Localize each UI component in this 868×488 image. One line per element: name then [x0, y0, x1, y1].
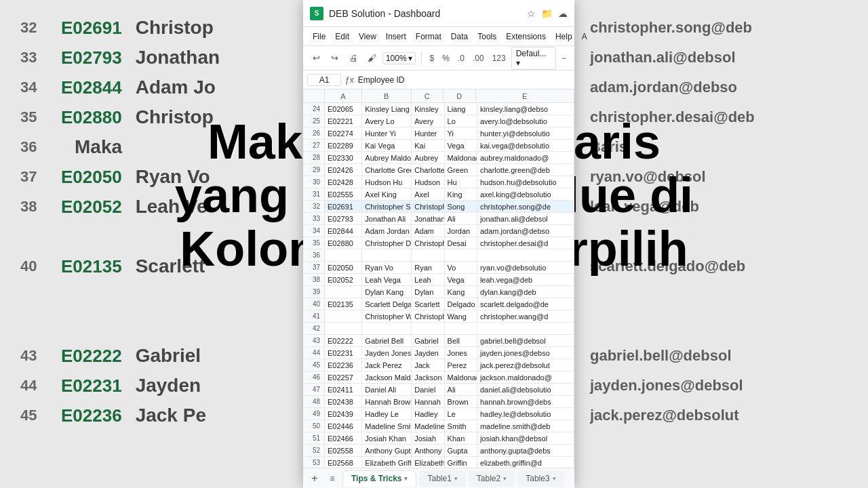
cell-email[interactable]: elizabeth.griffin@d: [477, 457, 574, 468]
cell-first-name[interactable]: Anthony: [412, 445, 444, 456]
cell-employee-id[interactable]: [325, 286, 362, 298]
cell-email[interactable]: [477, 249, 574, 261]
cell-email[interactable]: jayden.jones@debso: [477, 347, 574, 359]
cell-employee-id[interactable]: E02411: [325, 384, 362, 395]
cell-full-name[interactable]: Jonathan Ali: [362, 213, 412, 224]
menu-item-tools[interactable]: Tools: [473, 30, 500, 43]
cell-first-name[interactable]: Hudson: [412, 176, 444, 188]
table-row[interactable]: 45E02236Jack PerezJackPerezjack.perez@de…: [303, 359, 574, 371]
cell-last-name[interactable]: Maldonado: [445, 371, 477, 383]
cell-last-name[interactable]: Yi: [445, 127, 477, 139]
col-header-c[interactable]: C: [412, 89, 443, 102]
menu-item-extensions[interactable]: Extensions: [502, 30, 550, 43]
col-header-b[interactable]: B: [362, 89, 412, 102]
cell-employee-id[interactable]: E02289: [325, 140, 362, 151]
cell-employee-id[interactable]: [325, 310, 362, 322]
cell-email[interactable]: charlotte.green@deb: [477, 164, 574, 176]
cell-email[interactable]: adam.jordan@debso: [477, 225, 574, 237]
minus-btn[interactable]: −: [559, 52, 569, 64]
cell-first-name[interactable]: Aubrey: [412, 152, 444, 163]
menu-item-a[interactable]: A: [578, 30, 591, 43]
table-row[interactable]: 51E02466Josiah KhanJosiahKhanjosiah.khan…: [303, 432, 574, 445]
cell-last-name[interactable]: [445, 249, 477, 261]
cell-first-name[interactable]: Leah: [412, 274, 444, 285]
cell-email[interactable]: dylan.kang@deb: [477, 286, 574, 298]
cell-employee-id[interactable]: E02439: [325, 408, 362, 420]
undo-btn[interactable]: ↩: [309, 50, 324, 66]
cell-full-name[interactable]: Hunter Yi: [362, 127, 412, 139]
cell-full-name[interactable]: Christopher Song: [362, 201, 412, 212]
cell-first-name[interactable]: Adam: [412, 225, 444, 237]
table-row[interactable]: 41Christopher WangChristopherWangchristo…: [303, 310, 574, 323]
tab-table3[interactable]: Table3 ▾: [517, 470, 564, 487]
cell-full-name[interactable]: Daniel Ali: [362, 384, 412, 395]
cell-email[interactable]: christopher.desai@d: [477, 237, 574, 249]
table-row[interactable]: 34E02844Adam JordanAdamJordanadam.jordan…: [303, 225, 574, 237]
cell-first-name[interactable]: Jonathan: [412, 213, 444, 224]
cell-last-name[interactable]: Jordan: [445, 225, 477, 237]
cell-full-name[interactable]: Scarlett Delgado: [362, 298, 412, 310]
cell-email[interactable]: jack.perez@debsolut: [477, 359, 574, 371]
menu-item-format[interactable]: Format: [412, 30, 446, 43]
cell-first-name[interactable]: Charlotte: [412, 164, 444, 176]
cell-full-name[interactable]: Madeline Smith: [362, 420, 412, 432]
cell-employee-id[interactable]: E02428: [325, 176, 362, 188]
cell-full-name[interactable]: Adam Jordan: [362, 225, 412, 237]
col-header-e[interactable]: E: [476, 89, 574, 102]
cell-email[interactable]: kinsley.liang@debso: [477, 103, 574, 115]
cell-last-name[interactable]: Brown: [445, 396, 477, 407]
cell-last-name[interactable]: Kang: [445, 286, 477, 298]
cell-first-name[interactable]: [412, 249, 444, 261]
table-row[interactable]: 24E02065Kinsley LiangKinsleyLiangkinsley…: [303, 103, 574, 115]
cell-employee-id[interactable]: [325, 323, 362, 334]
cell-employee-id[interactable]: E02052: [325, 274, 362, 285]
cell-full-name[interactable]: Jackson Maldonado: [362, 371, 412, 383]
table-row[interactable]: 46E02257Jackson MaldonadoJacksonMaldonad…: [303, 371, 574, 384]
cell-email[interactable]: hunter.yi@debsolutio: [477, 127, 574, 139]
menu-item-data[interactable]: Data: [447, 30, 472, 43]
cell-email[interactable]: hudson.hu@debsolutio: [477, 176, 574, 188]
table-row[interactable]: 48E02438Hannah BrownHannahBrownhannah.br…: [303, 396, 574, 408]
cell-employee-id[interactable]: E02793: [325, 213, 362, 224]
cell-last-name[interactable]: Jones: [445, 347, 477, 359]
cell-employee-id[interactable]: E02222: [325, 335, 362, 346]
cell-full-name[interactable]: Ryan Vo: [362, 262, 412, 273]
table-row[interactable]: 25E02221Avery LoAveryLoavery.lo@debsolut…: [303, 115, 574, 127]
menu-item-file[interactable]: File: [309, 30, 330, 43]
cell-employee-id[interactable]: E02426: [325, 164, 362, 176]
decimal1-btn[interactable]: .0: [455, 52, 467, 64]
cell-first-name[interactable]: Ryan: [412, 262, 444, 273]
table-row[interactable]: 40E02135Scarlett DelgadoScarlettDelgados…: [303, 298, 574, 310]
cell-full-name[interactable]: Leah Vega: [362, 274, 412, 285]
cell-email[interactable]: hannah.brown@debs: [477, 396, 574, 407]
cell-employee-id[interactable]: E02274: [325, 127, 362, 139]
tab-table2[interactable]: Table2 ▾: [469, 470, 515, 487]
cell-first-name[interactable]: Jack: [412, 359, 444, 371]
cell-first-name[interactable]: Daniel: [412, 384, 444, 395]
cell-last-name[interactable]: Green: [445, 164, 477, 176]
cell-first-name[interactable]: [412, 323, 444, 334]
cell-full-name[interactable]: Avery Lo: [362, 115, 412, 127]
table-row[interactable]: 29E02426Charlotte GreenCharlotteGreencha…: [303, 164, 574, 176]
table-row[interactable]: 32E02691Christopher SongChristopherSongc…: [303, 201, 574, 213]
cell-email[interactable]: leah.vega@deb: [477, 274, 574, 285]
cell-last-name[interactable]: Wang: [445, 310, 477, 322]
table-row[interactable]: 49E02439Hadley LeHadleyLehadley.le@debso…: [303, 408, 574, 420]
table-row[interactable]: 39Dylan KangDylanKangdylan.kang@deb: [303, 286, 574, 298]
table-row[interactable]: 36: [303, 249, 574, 262]
col-header-a[interactable]: A: [325, 89, 362, 102]
redo-btn[interactable]: ↪: [327, 50, 342, 66]
cell-full-name[interactable]: Aubrey Maldonado: [362, 152, 412, 163]
cell-full-name[interactable]: Charlotte Green: [362, 164, 412, 176]
cell-employee-id[interactable]: E02050: [325, 262, 362, 273]
cell-first-name[interactable]: Christopher: [412, 201, 444, 212]
cell-last-name[interactable]: Vega: [445, 140, 477, 151]
cell-employee-id[interactable]: [325, 249, 362, 261]
cell-full-name[interactable]: [362, 323, 412, 334]
tab-table1[interactable]: Table1 ▾: [419, 470, 465, 487]
cell-employee-id[interactable]: E02446: [325, 420, 362, 432]
table-row[interactable]: 42: [303, 323, 574, 335]
cell-first-name[interactable]: Christopher: [412, 310, 444, 322]
table-row[interactable]: 44E02231Jayden JonesJaydenJonesjayden.jo…: [303, 347, 574, 359]
cell-email[interactable]: josiah.khan@debsol: [477, 432, 574, 444]
